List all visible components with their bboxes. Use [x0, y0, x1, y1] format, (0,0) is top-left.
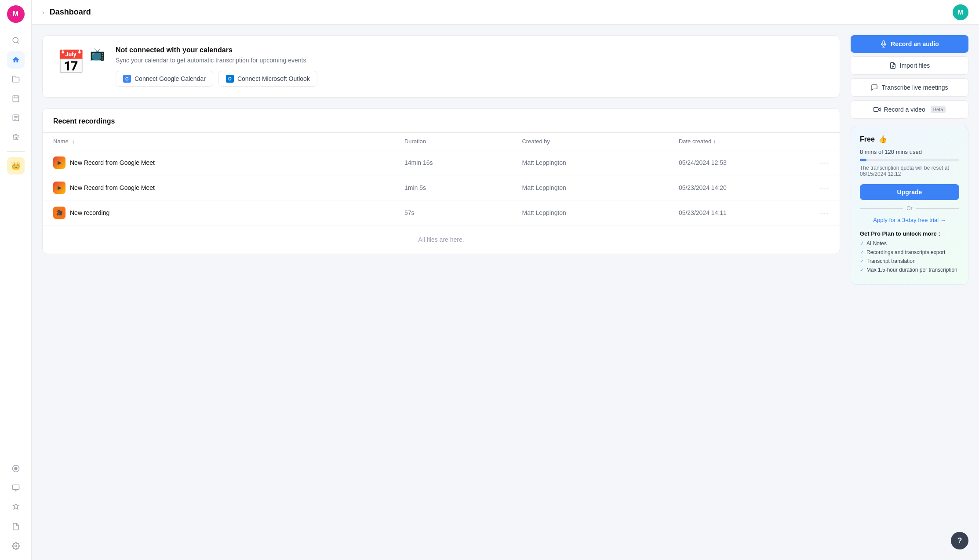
upgrade-button[interactable]: Upgrade	[860, 184, 959, 200]
sidebar-divider	[7, 151, 25, 152]
all-files-text: All files are here.	[43, 225, 840, 254]
quota-text: 8 mins of 120 mins used	[860, 149, 959, 155]
pro-feature-label: AI Notes	[866, 240, 887, 247]
beta-badge: Beta	[931, 106, 946, 113]
calendar-buttons: G Connect Google Calendar O Connect Micr…	[116, 71, 317, 87]
svg-point-0	[13, 37, 18, 43]
or-divider: Or	[860, 205, 959, 211]
check-icon: ✓	[860, 258, 864, 264]
all-files-row: All files are here.	[43, 225, 840, 254]
connect-google-calendar-button[interactable]: G Connect Google Calendar	[116, 71, 213, 87]
import-icon	[889, 62, 896, 69]
sidebar-item-monitor[interactable]	[7, 479, 25, 497]
record-audio-button[interactable]: Record an audio	[851, 35, 968, 53]
microphone-icon	[880, 40, 887, 47]
sidebar-item-premium[interactable]: 👑	[7, 157, 25, 175]
sidebar-item-record[interactable]	[7, 460, 25, 477]
google-meet-icon: ▶	[53, 182, 66, 194]
col-header-date-created[interactable]: Date created ↓	[668, 133, 809, 150]
pro-feature-label: Max 1.5-hour duration per transcription	[866, 267, 957, 273]
sidebar-item-home[interactable]	[7, 51, 25, 69]
more-options-icon[interactable]: ···	[820, 158, 829, 167]
sidebar-item-transcripts[interactable]	[7, 109, 25, 127]
camera-icon: 🎥	[53, 207, 66, 219]
recordings-body: ▶ New Record from Google Meet 14min 16s …	[43, 150, 840, 254]
record-video-button[interactable]: Record a video Beta	[851, 100, 968, 119]
header: › Dashboard M	[32, 0, 979, 25]
google-meet-icon: ▶	[53, 156, 66, 169]
video-icon	[873, 106, 881, 113]
svg-rect-19	[873, 107, 878, 111]
recording-name[interactable]: New Record from Google Meet	[70, 184, 155, 191]
chevron-right-icon[interactable]: ›	[42, 9, 44, 16]
main-wrapper: › Dashboard M 📅 📺 Not connected with you…	[32, 0, 979, 560]
recording-name[interactable]: New Record from Google Meet	[70, 159, 155, 166]
svg-point-14	[15, 545, 17, 547]
recordings-title: Recent recordings	[53, 117, 829, 125]
recording-creator: Matt Leppington	[511, 175, 668, 200]
recording-duration: 14min 16s	[394, 150, 512, 175]
more-options-icon[interactable]: ···	[820, 183, 829, 192]
calendar-banner: 📅 📺 Not connected with your calendars Sy…	[42, 35, 840, 98]
record-video-label: Record a video	[884, 106, 925, 113]
or-text: Or	[906, 205, 912, 211]
calendar-illustration: 📅 📺	[57, 49, 105, 84]
sidebar-item-search[interactable]	[7, 32, 25, 49]
table-row: ▶ New Record from Google Meet 1min 5s Ma…	[43, 175, 840, 200]
table-row: ▶ New Record from Google Meet 14min 16s …	[43, 150, 840, 175]
col-header-created-by: Created by	[511, 133, 668, 150]
sidebar-user-avatar[interactable]: M	[7, 5, 25, 23]
recording-name-cell: 🎥 New recording	[43, 200, 394, 225]
svg-rect-11	[12, 485, 19, 490]
pro-feature-item: ✓AI Notes	[860, 240, 959, 247]
pro-feature-item: ✓Recordings and transcripts export	[860, 249, 959, 255]
outlook-label: Connect Microsoft Outlook	[237, 75, 310, 82]
check-icon: ✓	[860, 241, 864, 247]
svg-point-10	[15, 467, 17, 470]
pro-features-title: Get Pro Plan to unlock more :	[860, 230, 959, 237]
free-trial-link[interactable]: Apply for a 3-day free trial →	[860, 217, 959, 223]
sidebar-item-files[interactable]	[7, 70, 25, 88]
calendar-text: Not connected with your calendars Sync y…	[116, 46, 317, 87]
or-line-right	[916, 208, 959, 209]
content-area: 📅 📺 Not connected with your calendars Sy…	[32, 25, 979, 560]
recording-actions[interactable]: ···	[809, 200, 840, 225]
user-avatar[interactable]: M	[953, 4, 968, 20]
svg-marker-18	[878, 108, 880, 111]
recordings-header: Recent recordings	[43, 109, 840, 125]
more-options-icon[interactable]: ···	[820, 208, 829, 217]
sidebar-item-settings[interactable]	[7, 537, 25, 555]
crown-icon: 👑	[11, 161, 21, 171]
connect-outlook-button[interactable]: O Connect Microsoft Outlook	[218, 71, 317, 87]
google-icon: G	[123, 75, 131, 83]
recording-duration: 57s	[394, 200, 512, 225]
transcribe-meetings-button[interactable]: Transcribe live meetings	[851, 78, 968, 97]
sidebar-item-pin[interactable]	[7, 498, 25, 516]
outlook-icon: O	[226, 75, 234, 83]
sidebar-item-calendar[interactable]	[7, 90, 25, 107]
recording-actions[interactable]: ···	[809, 150, 840, 175]
recording-duration: 1min 5s	[394, 175, 512, 200]
recording-date: 05/23/2024 14:11	[668, 200, 809, 225]
sort-arrow-name: ↓	[72, 138, 75, 145]
import-files-button[interactable]: Import files	[851, 56, 968, 75]
check-icon: ✓	[860, 250, 864, 255]
col-header-duration: Duration	[394, 133, 512, 150]
help-button[interactable]: ?	[951, 532, 968, 549]
col-header-name[interactable]: Name ↓	[43, 133, 394, 150]
header-left: › Dashboard	[42, 7, 91, 17]
table-row: 🎥 New recording 57s Matt Leppington 05/2…	[43, 200, 840, 225]
plan-header: Free 👍	[860, 135, 959, 143]
record-audio-label: Record an audio	[891, 40, 939, 47]
plan-badge: 👍	[878, 135, 887, 143]
recording-creator: Matt Leppington	[511, 150, 668, 175]
recording-name[interactable]: New recording	[70, 209, 109, 216]
recording-name-cell: ▶ New Record from Google Meet	[43, 175, 394, 200]
pro-feature-label: Transcript translation	[866, 258, 916, 264]
recording-actions[interactable]: ···	[809, 175, 840, 200]
recording-creator: Matt Leppington	[511, 200, 668, 225]
sidebar-item-trash[interactable]	[7, 128, 25, 146]
google-calendar-label: Connect Google Calendar	[135, 75, 206, 82]
recording-date: 05/23/2024 14:20	[668, 175, 809, 200]
sidebar-item-plugins[interactable]	[7, 518, 25, 535]
